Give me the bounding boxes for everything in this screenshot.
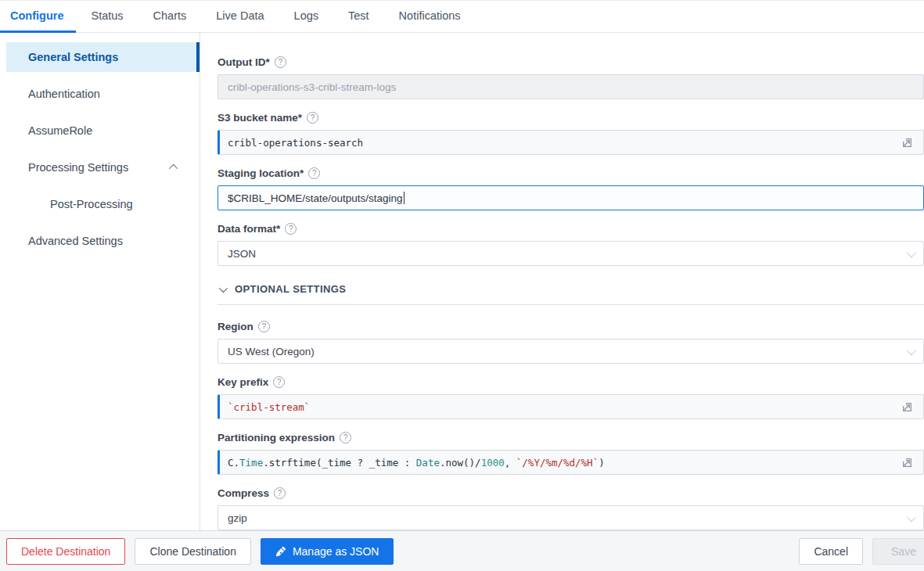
pen-icon — [275, 546, 286, 557]
sidebar-item-label: Post-Processing — [50, 198, 133, 210]
region-select[interactable]: US West (Oregon) — [218, 339, 924, 364]
expand-expression-icon[interactable] — [901, 456, 914, 469]
chevron-down-icon — [907, 247, 917, 257]
sidebar-item-general-settings[interactable]: General Settings — [6, 42, 200, 72]
sidebar-item-authentication[interactable]: Authentication — [6, 79, 200, 109]
help-icon[interactable] — [307, 112, 318, 124]
expression-code: C.Time.strftime(_time ? _time : Date.now… — [228, 457, 893, 469]
expand-expression-icon[interactable] — [901, 400, 914, 414]
help-icon[interactable] — [273, 376, 285, 388]
compress-select[interactable]: gzip — [218, 505, 924, 530]
tab-status[interactable]: Status — [76, 1, 138, 33]
s3-bucket-name-input[interactable]: cribl-operations-search — [218, 130, 924, 155]
chevron-up-icon — [169, 164, 178, 173]
help-icon[interactable] — [285, 223, 297, 235]
main-content: General Settings Authentication AssumeRo… — [0, 33, 924, 530]
save-button[interactable]: Save — [872, 538, 924, 565]
help-icon[interactable] — [275, 56, 286, 68]
sidebar-item-label: Processing Settings — [28, 161, 128, 174]
help-icon[interactable] — [308, 167, 320, 179]
settings-sidebar: General Settings Authentication AssumeRo… — [0, 33, 200, 530]
delete-destination-button[interactable]: Delete Destination — [6, 538, 125, 565]
sidebar-item-label: Advanced Settings — [28, 235, 123, 247]
sidebar-item-advanced-settings[interactable]: Advanced Settings — [6, 226, 200, 256]
data-format-label: Data format* — [218, 223, 924, 235]
action-footer: Delete Destination Clone Destination Man… — [0, 530, 924, 571]
output-id-label: Output ID* — [218, 56, 924, 68]
tab-notifications[interactable]: Notifications — [384, 1, 476, 33]
help-icon[interactable] — [340, 432, 351, 444]
staging-location-input[interactable]: $CRIBL_HOME/state/outputs/staging — [218, 185, 924, 210]
key-prefix-label: Key prefix — [218, 376, 924, 388]
key-prefix-input[interactable]: `cribl-stream` — [218, 394, 924, 419]
tab-test[interactable]: Test — [333, 1, 384, 33]
text-cursor — [404, 192, 404, 204]
compress-label: Compress — [218, 487, 924, 499]
chevron-down-icon — [907, 512, 917, 522]
clone-destination-button[interactable]: Clone Destination — [135, 538, 251, 565]
sidebar-item-post-processing[interactable]: Post-Processing — [6, 189, 200, 219]
data-format-select[interactable]: JSON — [218, 241, 924, 266]
optional-settings-header[interactable]: OPTIONAL SETTINGS — [218, 278, 924, 305]
chevron-down-icon — [219, 283, 228, 292]
tab-configure[interactable]: Configure — [0, 1, 76, 33]
expand-expression-icon[interactable] — [901, 136, 914, 149]
tab-bar: Configure Status Charts Live Data Logs T… — [0, 1, 924, 33]
sidebar-item-label: AssumeRole — [28, 124, 92, 137]
help-icon[interactable] — [274, 487, 286, 499]
cancel-button[interactable]: Cancel — [799, 538, 863, 565]
region-label: Region — [218, 321, 924, 332]
help-icon[interactable] — [258, 321, 270, 332]
sidebar-item-label: Authentication — [28, 88, 100, 100]
output-id-input: cribl-operations-s3-cribl-stream-logs — [218, 74, 924, 99]
manage-as-json-button[interactable]: Manage as JSON — [261, 538, 394, 565]
sidebar-item-processing-settings[interactable]: Processing Settings — [6, 153, 200, 182]
general-settings-form: Output ID* cribl-operations-s3-cribl-str… — [200, 33, 924, 530]
sidebar-item-assumerole[interactable]: AssumeRole — [6, 116, 200, 145]
sidebar-item-label: General Settings — [28, 51, 118, 63]
s3-bucket-name-label: S3 bucket name* — [218, 112, 924, 124]
partitioning-expression-label: Partitioning expression — [218, 432, 924, 444]
tab-logs[interactable]: Logs — [279, 1, 333, 33]
staging-location-label: Staging location* — [218, 167, 924, 179]
destination-config-page: Configure Status Charts Live Data Logs T… — [0, 0, 924, 571]
tab-charts[interactable]: Charts — [138, 1, 202, 33]
partitioning-expression-input[interactable]: C.Time.strftime(_time ? _time : Date.now… — [218, 450, 924, 475]
tab-live-data[interactable]: Live Data — [201, 1, 279, 33]
chevron-down-icon — [907, 345, 917, 355]
